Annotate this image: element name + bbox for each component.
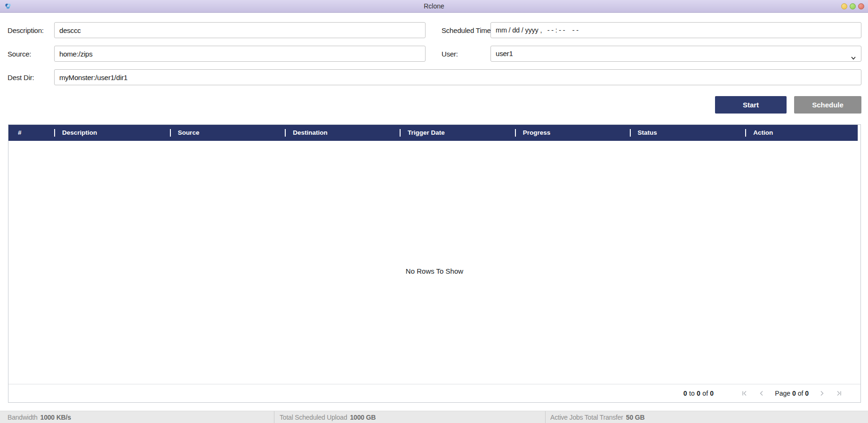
header-cell-source[interactable]: Source (170, 125, 285, 141)
scheduled-upload-value: 1000 GB (350, 414, 376, 421)
last-page-icon (835, 390, 843, 397)
rclone-window: Rclone Description: Scheduled Time: mm /… (0, 0, 868, 423)
row-range-summary: 0 to 0 of 0 (683, 390, 714, 397)
maximize-button[interactable] (850, 3, 856, 9)
page-of-label: of (798, 390, 804, 397)
start-button[interactable]: Start (715, 96, 787, 114)
last-page-button[interactable] (835, 389, 843, 398)
status-section-scheduled-upload: Total Scheduled Upload 1000 GB (274, 411, 545, 423)
row-range-start: 0 (683, 390, 687, 397)
close-button[interactable] (858, 3, 864, 9)
description-label: Description: (8, 26, 44, 34)
chevron-right-icon (818, 390, 826, 397)
page-indicator: Page 0 of 0 (775, 390, 809, 397)
minimize-button[interactable] (841, 3, 847, 9)
scheduled-upload-label: Total Scheduled Upload (280, 414, 347, 421)
previous-page-button[interactable] (757, 389, 766, 398)
source-input[interactable] (54, 46, 426, 62)
status-section-bandwidth: Bandwidth 1000 KB/s (0, 411, 274, 423)
table-header: # Description Source Destination Trigger… (8, 125, 858, 141)
header-cell-destination[interactable]: Destination (285, 125, 400, 141)
header-cell-progress[interactable]: Progress (515, 125, 630, 141)
window-title: Rclone (0, 0, 868, 13)
schedule-button[interactable]: Schedule (794, 96, 861, 114)
user-label: User: (442, 50, 458, 58)
scheduled-time-input[interactable]: mm / dd / yyyy , - - : - - - - (490, 22, 861, 38)
description-input[interactable] (54, 22, 426, 38)
dest-dir-input[interactable] (54, 69, 861, 85)
row-range-end: 0 (697, 390, 700, 397)
chevron-down-icon (851, 51, 856, 66)
header-cell-trigger-date[interactable]: Trigger Date (400, 125, 515, 141)
user-select-value: user1 (496, 49, 513, 57)
first-page-button[interactable] (740, 389, 749, 398)
window-controls (841, 3, 864, 9)
status-bar: Bandwidth 1000 KB/s Total Scheduled Uplo… (0, 411, 868, 423)
header-cell-number[interactable]: # (8, 125, 54, 141)
empty-rows-message: No Rows To Show (8, 267, 860, 275)
row-range-of-label: of (702, 390, 708, 397)
status-section-active-jobs: Active Jobs Total Transfer 50 GB (545, 411, 868, 423)
header-cell-description[interactable]: Description (54, 125, 170, 141)
user-select[interactable]: user1 (490, 46, 861, 62)
page-total: 0 (805, 390, 809, 397)
row-range-total: 0 (710, 390, 714, 397)
header-scrollbar-spacer (858, 125, 860, 141)
titlebar: Rclone (0, 0, 868, 13)
bandwidth-label: Bandwidth (8, 414, 38, 421)
dest-dir-label: Dest Dir: (8, 73, 34, 81)
source-label: Source: (8, 50, 31, 58)
table-body: No Rows To Show (8, 141, 860, 384)
pagination-bar: 0 to 0 of 0 Page 0 of 0 (8, 384, 860, 402)
chevron-left-icon (758, 390, 765, 397)
active-jobs-label: Active Jobs Total Transfer (550, 414, 623, 421)
header-cell-action[interactable]: Action (745, 125, 858, 141)
page-current: 0 (792, 390, 796, 397)
jobs-table: # Description Source Destination Trigger… (8, 124, 861, 403)
active-jobs-value: 50 GB (626, 414, 644, 421)
first-page-icon (741, 390, 748, 397)
header-cell-status[interactable]: Status (630, 125, 746, 141)
bandwidth-value: 1000 KB/s (40, 414, 71, 421)
next-page-button[interactable] (818, 389, 826, 398)
scheduled-time-label: Scheduled Time: (442, 26, 493, 34)
page-label: Page (775, 390, 790, 397)
row-range-to-label: to (689, 390, 695, 397)
